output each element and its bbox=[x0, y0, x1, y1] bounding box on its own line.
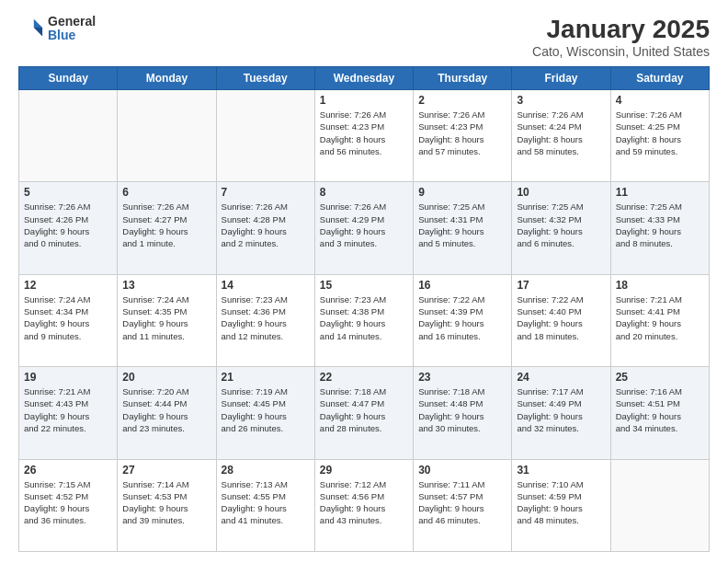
day-info: Sunrise: 7:18 AM Sunset: 4:47 PM Dayligh… bbox=[320, 385, 408, 434]
day-cell-27: 27Sunrise: 7:14 AM Sunset: 4:53 PM Dayli… bbox=[118, 459, 216, 551]
day-cell-8: 8Sunrise: 7:26 AM Sunset: 4:29 PM Daylig… bbox=[314, 182, 413, 274]
day-info: Sunrise: 7:21 AM Sunset: 4:41 PM Dayligh… bbox=[616, 293, 704, 342]
day-info: Sunrise: 7:16 AM Sunset: 4:51 PM Dayligh… bbox=[616, 385, 704, 434]
day-info: Sunrise: 7:10 AM Sunset: 4:59 PM Dayligh… bbox=[517, 478, 605, 527]
day-header-thursday: Thursday bbox=[414, 67, 512, 90]
day-number: 15 bbox=[320, 279, 408, 292]
day-info: Sunrise: 7:20 AM Sunset: 4:44 PM Dayligh… bbox=[122, 385, 210, 434]
day-number: 31 bbox=[517, 464, 605, 477]
day-number: 12 bbox=[24, 279, 112, 292]
day-number: 19 bbox=[24, 371, 112, 384]
day-cell-6: 6Sunrise: 7:26 AM Sunset: 4:27 PM Daylig… bbox=[118, 182, 216, 274]
empty-cell bbox=[610, 459, 709, 551]
day-info: Sunrise: 7:26 AM Sunset: 4:23 PM Dayligh… bbox=[320, 109, 408, 157]
day-number: 23 bbox=[418, 371, 506, 384]
day-info: Sunrise: 7:26 AM Sunset: 4:27 PM Dayligh… bbox=[122, 201, 210, 249]
day-info: Sunrise: 7:12 AM Sunset: 4:56 PM Dayligh… bbox=[320, 478, 408, 527]
day-cell-18: 18Sunrise: 7:21 AM Sunset: 4:41 PM Dayli… bbox=[610, 274, 709, 366]
logo-icon bbox=[18, 16, 44, 41]
day-number: 10 bbox=[517, 186, 605, 199]
day-cell-30: 30Sunrise: 7:11 AM Sunset: 4:57 PM Dayli… bbox=[414, 459, 512, 551]
week-row-4: 19Sunrise: 7:21 AM Sunset: 4:43 PM Dayli… bbox=[19, 367, 710, 459]
day-cell-5: 5Sunrise: 7:26 AM Sunset: 4:26 PM Daylig… bbox=[19, 182, 118, 274]
calendar-table: SundayMondayTuesdayWednesdayThursdayFrid… bbox=[18, 66, 710, 552]
day-info: Sunrise: 7:26 AM Sunset: 4:29 PM Dayligh… bbox=[320, 201, 408, 249]
day-cell-20: 20Sunrise: 7:20 AM Sunset: 4:44 PM Dayli… bbox=[118, 367, 216, 459]
day-info: Sunrise: 7:26 AM Sunset: 4:23 PM Dayligh… bbox=[418, 109, 506, 157]
day-info: Sunrise: 7:24 AM Sunset: 4:35 PM Dayligh… bbox=[122, 293, 210, 342]
logo-blue: Blue bbox=[48, 29, 96, 42]
day-info: Sunrise: 7:26 AM Sunset: 4:28 PM Dayligh… bbox=[222, 201, 310, 249]
day-info: Sunrise: 7:25 AM Sunset: 4:33 PM Dayligh… bbox=[616, 201, 704, 249]
empty-cell bbox=[118, 90, 216, 182]
day-cell-21: 21Sunrise: 7:19 AM Sunset: 4:45 PM Dayli… bbox=[216, 367, 314, 459]
month-title: January 2025 bbox=[532, 15, 710, 44]
day-info: Sunrise: 7:11 AM Sunset: 4:57 PM Dayligh… bbox=[418, 478, 506, 527]
day-cell-19: 19Sunrise: 7:21 AM Sunset: 4:43 PM Dayli… bbox=[19, 367, 118, 459]
day-number: 27 bbox=[122, 464, 210, 477]
day-header-tuesday: Tuesday bbox=[216, 67, 314, 90]
day-number: 11 bbox=[616, 186, 704, 199]
title-block: January 2025 Cato, Wisconsin, United Sta… bbox=[532, 15, 710, 59]
page: General Blue January 2025 Cato, Wisconsi… bbox=[0, 0, 728, 563]
day-cell-22: 22Sunrise: 7:18 AM Sunset: 4:47 PM Dayli… bbox=[314, 367, 413, 459]
svg-marker-0 bbox=[34, 19, 42, 28]
day-cell-3: 3Sunrise: 7:26 AM Sunset: 4:24 PM Daylig… bbox=[512, 90, 610, 182]
day-info: Sunrise: 7:26 AM Sunset: 4:24 PM Dayligh… bbox=[517, 109, 605, 157]
day-info: Sunrise: 7:13 AM Sunset: 4:55 PM Dayligh… bbox=[222, 478, 310, 527]
day-number: 2 bbox=[418, 94, 506, 107]
day-number: 9 bbox=[418, 186, 506, 199]
day-info: Sunrise: 7:24 AM Sunset: 4:34 PM Dayligh… bbox=[24, 293, 112, 342]
day-number: 1 bbox=[320, 94, 408, 107]
day-cell-13: 13Sunrise: 7:24 AM Sunset: 4:35 PM Dayli… bbox=[118, 274, 216, 366]
day-number: 25 bbox=[616, 371, 704, 384]
day-cell-23: 23Sunrise: 7:18 AM Sunset: 4:48 PM Dayli… bbox=[414, 367, 512, 459]
header: General Blue January 2025 Cato, Wisconsi… bbox=[18, 15, 710, 59]
day-cell-24: 24Sunrise: 7:17 AM Sunset: 4:49 PM Dayli… bbox=[512, 367, 610, 459]
day-cell-7: 7Sunrise: 7:26 AM Sunset: 4:28 PM Daylig… bbox=[216, 182, 314, 274]
location: Cato, Wisconsin, United States bbox=[532, 44, 710, 59]
day-cell-26: 26Sunrise: 7:15 AM Sunset: 4:52 PM Dayli… bbox=[19, 459, 118, 551]
day-number: 22 bbox=[320, 371, 408, 384]
svg-marker-1 bbox=[34, 28, 42, 36]
day-number: 29 bbox=[320, 464, 408, 477]
day-number: 30 bbox=[418, 464, 506, 477]
day-cell-14: 14Sunrise: 7:23 AM Sunset: 4:36 PM Dayli… bbox=[216, 274, 314, 366]
day-cell-9: 9Sunrise: 7:25 AM Sunset: 4:31 PM Daylig… bbox=[414, 182, 512, 274]
day-number: 4 bbox=[616, 94, 704, 107]
day-number: 24 bbox=[517, 371, 605, 384]
day-number: 28 bbox=[222, 464, 310, 477]
day-number: 7 bbox=[222, 186, 310, 199]
day-number: 16 bbox=[418, 279, 506, 292]
week-row-2: 5Sunrise: 7:26 AM Sunset: 4:26 PM Daylig… bbox=[19, 182, 710, 274]
day-info: Sunrise: 7:25 AM Sunset: 4:31 PM Dayligh… bbox=[418, 201, 506, 249]
day-cell-10: 10Sunrise: 7:25 AM Sunset: 4:32 PM Dayli… bbox=[512, 182, 610, 274]
day-header-wednesday: Wednesday bbox=[314, 67, 413, 90]
week-row-3: 12Sunrise: 7:24 AM Sunset: 4:34 PM Dayli… bbox=[19, 274, 710, 366]
day-number: 26 bbox=[24, 464, 112, 477]
day-info: Sunrise: 7:22 AM Sunset: 4:40 PM Dayligh… bbox=[517, 293, 605, 342]
empty-cell bbox=[216, 90, 314, 182]
logo-general: General bbox=[48, 15, 96, 29]
day-cell-31: 31Sunrise: 7:10 AM Sunset: 4:59 PM Dayli… bbox=[512, 459, 610, 551]
day-cell-15: 15Sunrise: 7:23 AM Sunset: 4:38 PM Dayli… bbox=[314, 274, 413, 366]
logo: General Blue bbox=[18, 15, 96, 43]
day-number: 3 bbox=[517, 94, 605, 107]
day-info: Sunrise: 7:18 AM Sunset: 4:48 PM Dayligh… bbox=[418, 385, 506, 434]
day-cell-11: 11Sunrise: 7:25 AM Sunset: 4:33 PM Dayli… bbox=[610, 182, 709, 274]
day-info: Sunrise: 7:17 AM Sunset: 4:49 PM Dayligh… bbox=[517, 385, 605, 434]
day-number: 17 bbox=[517, 279, 605, 292]
day-info: Sunrise: 7:25 AM Sunset: 4:32 PM Dayligh… bbox=[517, 201, 605, 249]
header-row: SundayMondayTuesdayWednesdayThursdayFrid… bbox=[19, 67, 710, 90]
day-info: Sunrise: 7:21 AM Sunset: 4:43 PM Dayligh… bbox=[24, 385, 112, 434]
day-cell-25: 25Sunrise: 7:16 AM Sunset: 4:51 PM Dayli… bbox=[610, 367, 709, 459]
empty-cell bbox=[19, 90, 118, 182]
day-cell-4: 4Sunrise: 7:26 AM Sunset: 4:25 PM Daylig… bbox=[610, 90, 709, 182]
day-cell-28: 28Sunrise: 7:13 AM Sunset: 4:55 PM Dayli… bbox=[216, 459, 314, 551]
week-row-5: 26Sunrise: 7:15 AM Sunset: 4:52 PM Dayli… bbox=[19, 459, 710, 551]
day-cell-29: 29Sunrise: 7:12 AM Sunset: 4:56 PM Dayli… bbox=[314, 459, 413, 551]
day-info: Sunrise: 7:26 AM Sunset: 4:26 PM Dayligh… bbox=[24, 201, 112, 249]
day-cell-16: 16Sunrise: 7:22 AM Sunset: 4:39 PM Dayli… bbox=[414, 274, 512, 366]
day-cell-1: 1Sunrise: 7:26 AM Sunset: 4:23 PM Daylig… bbox=[314, 90, 413, 182]
day-info: Sunrise: 7:23 AM Sunset: 4:36 PM Dayligh… bbox=[222, 293, 310, 342]
